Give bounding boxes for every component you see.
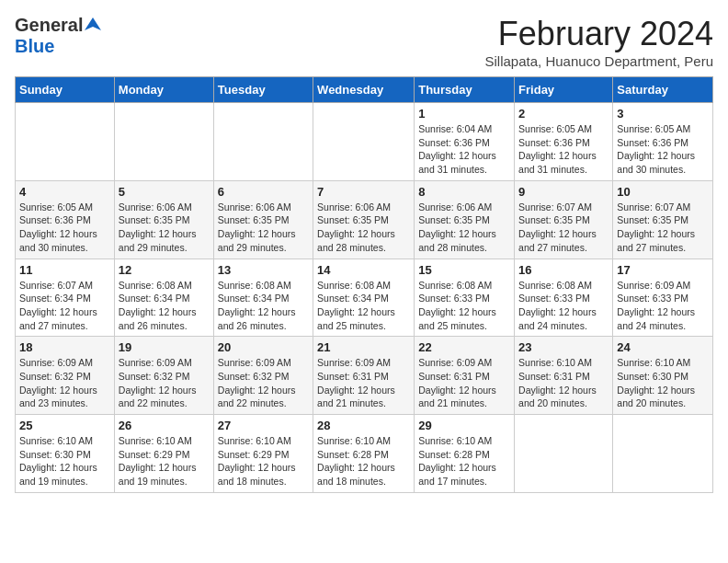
day-number: 9 — [518, 185, 609, 199]
calendar-cell: 19Sunrise: 6:09 AM Sunset: 6:32 PM Dayli… — [114, 337, 213, 415]
calendar-cell: 3Sunrise: 6:05 AM Sunset: 6:36 PM Daylig… — [613, 103, 713, 181]
day-info: Sunrise: 6:08 AM Sunset: 6:33 PM Dayligh… — [518, 279, 609, 333]
calendar-cell: 12Sunrise: 6:08 AM Sunset: 6:34 PM Dayli… — [114, 259, 213, 337]
day-info: Sunrise: 6:10 AM Sunset: 6:28 PM Dayligh… — [418, 434, 510, 488]
logo: General Blue — [15, 15, 101, 57]
day-info: Sunrise: 6:09 AM Sunset: 6:32 PM Dayligh… — [218, 356, 309, 410]
day-number: 19 — [119, 340, 210, 354]
calendar-cell — [613, 415, 713, 493]
calendar-cell: 16Sunrise: 6:08 AM Sunset: 6:33 PM Dayli… — [515, 259, 613, 337]
month-title: February 2024 — [485, 15, 713, 53]
day-info: Sunrise: 6:06 AM Sunset: 6:35 PM Dayligh… — [317, 201, 410, 255]
day-info: Sunrise: 6:06 AM Sunset: 6:35 PM Dayligh… — [119, 201, 210, 255]
day-info: Sunrise: 6:05 AM Sunset: 6:36 PM Dayligh… — [617, 122, 709, 177]
day-number: 20 — [218, 340, 309, 354]
calendar-cell: 23Sunrise: 6:10 AM Sunset: 6:31 PM Dayli… — [515, 337, 613, 415]
calendar-cell: 11Sunrise: 6:07 AM Sunset: 6:34 PM Dayli… — [16, 259, 115, 337]
calendar-cell: 24Sunrise: 6:10 AM Sunset: 6:30 PM Dayli… — [613, 337, 713, 415]
day-number: 11 — [19, 263, 110, 277]
day-info: Sunrise: 6:09 AM Sunset: 6:33 PM Dayligh… — [617, 279, 709, 333]
day-info: Sunrise: 6:09 AM Sunset: 6:31 PM Dayligh… — [317, 356, 410, 410]
title-area: February 2024 Sillapata, Huanuco Departm… — [485, 15, 713, 69]
calendar-cell — [515, 415, 613, 493]
weekday-header-thursday: Thursday — [415, 77, 515, 103]
calendar-cell: 7Sunrise: 6:06 AM Sunset: 6:35 PM Daylig… — [313, 180, 415, 259]
day-number: 10 — [617, 185, 709, 199]
calendar-cell: 1Sunrise: 6:04 AM Sunset: 6:36 PM Daylig… — [415, 103, 515, 181]
svg-marker-0 — [85, 17, 101, 30]
day-info: Sunrise: 6:09 AM Sunset: 6:32 PM Dayligh… — [19, 356, 110, 410]
weekday-header-tuesday: Tuesday — [213, 77, 313, 103]
calendar-cell: 6Sunrise: 6:06 AM Sunset: 6:35 PM Daylig… — [213, 180, 313, 259]
day-info: Sunrise: 6:08 AM Sunset: 6:34 PM Dayligh… — [218, 279, 309, 333]
day-info: Sunrise: 6:10 AM Sunset: 6:30 PM Dayligh… — [19, 434, 110, 488]
calendar-cell: 28Sunrise: 6:10 AM Sunset: 6:28 PM Dayli… — [313, 415, 415, 493]
calendar-cell — [313, 103, 415, 181]
day-info: Sunrise: 6:08 AM Sunset: 6:34 PM Dayligh… — [317, 279, 410, 333]
calendar-cell: 13Sunrise: 6:08 AM Sunset: 6:34 PM Dayli… — [213, 259, 313, 337]
day-info: Sunrise: 6:10 AM Sunset: 6:28 PM Dayligh… — [317, 434, 410, 488]
day-info: Sunrise: 6:10 AM Sunset: 6:31 PM Dayligh… — [518, 356, 609, 410]
day-info: Sunrise: 6:05 AM Sunset: 6:36 PM Dayligh… — [518, 122, 609, 177]
day-info: Sunrise: 6:05 AM Sunset: 6:36 PM Dayligh… — [19, 201, 110, 255]
day-info: Sunrise: 6:09 AM Sunset: 6:31 PM Dayligh… — [418, 356, 510, 410]
day-number: 12 — [119, 263, 210, 277]
calendar-cell: 26Sunrise: 6:10 AM Sunset: 6:29 PM Dayli… — [114, 415, 213, 493]
weekday-header-saturday: Saturday — [613, 77, 713, 103]
day-number: 22 — [418, 340, 510, 354]
day-number: 26 — [119, 419, 210, 432]
calendar-cell: 5Sunrise: 6:06 AM Sunset: 6:35 PM Daylig… — [114, 180, 213, 259]
day-number: 15 — [418, 263, 510, 277]
day-info: Sunrise: 6:10 AM Sunset: 6:30 PM Dayligh… — [617, 356, 709, 410]
day-info: Sunrise: 6:07 AM Sunset: 6:35 PM Dayligh… — [518, 201, 609, 255]
calendar-header-row: SundayMondayTuesdayWednesdayThursdayFrid… — [16, 77, 713, 103]
day-info: Sunrise: 6:08 AM Sunset: 6:33 PM Dayligh… — [418, 279, 510, 333]
calendar-cell: 20Sunrise: 6:09 AM Sunset: 6:32 PM Dayli… — [213, 337, 313, 415]
page-header: General Blue February 2024 Sillapata, Hu… — [15, 15, 713, 69]
calendar-week-5: 25Sunrise: 6:10 AM Sunset: 6:30 PM Dayli… — [16, 415, 713, 493]
day-info: Sunrise: 6:09 AM Sunset: 6:32 PM Dayligh… — [119, 356, 210, 410]
day-info: Sunrise: 6:04 AM Sunset: 6:36 PM Dayligh… — [418, 122, 510, 177]
day-number: 2 — [518, 107, 609, 121]
calendar-cell: 10Sunrise: 6:07 AM Sunset: 6:35 PM Dayli… — [613, 180, 713, 259]
calendar-cell: 8Sunrise: 6:06 AM Sunset: 6:35 PM Daylig… — [415, 180, 515, 259]
calendar-cell: 22Sunrise: 6:09 AM Sunset: 6:31 PM Dayli… — [415, 337, 515, 415]
day-number: 23 — [518, 340, 609, 354]
day-number: 17 — [617, 263, 709, 277]
day-info: Sunrise: 6:10 AM Sunset: 6:29 PM Dayligh… — [119, 434, 210, 488]
day-info: Sunrise: 6:07 AM Sunset: 6:35 PM Dayligh… — [617, 201, 709, 255]
day-number: 29 — [418, 419, 510, 432]
calendar-cell — [16, 103, 115, 181]
day-info: Sunrise: 6:07 AM Sunset: 6:34 PM Dayligh… — [19, 279, 110, 333]
day-number: 28 — [317, 419, 410, 432]
day-number: 13 — [218, 263, 309, 277]
day-number: 18 — [19, 340, 110, 354]
weekday-header-friday: Friday — [515, 77, 613, 103]
calendar-week-2: 4Sunrise: 6:05 AM Sunset: 6:36 PM Daylig… — [16, 180, 713, 259]
calendar-cell: 9Sunrise: 6:07 AM Sunset: 6:35 PM Daylig… — [515, 180, 613, 259]
day-info: Sunrise: 6:06 AM Sunset: 6:35 PM Dayligh… — [418, 201, 510, 255]
calendar-cell: 27Sunrise: 6:10 AM Sunset: 6:29 PM Dayli… — [213, 415, 313, 493]
calendar-cell: 18Sunrise: 6:09 AM Sunset: 6:32 PM Dayli… — [16, 337, 115, 415]
calendar-cell: 2Sunrise: 6:05 AM Sunset: 6:36 PM Daylig… — [515, 103, 613, 181]
day-info: Sunrise: 6:06 AM Sunset: 6:35 PM Dayligh… — [218, 201, 309, 255]
day-number: 1 — [418, 107, 510, 121]
day-info: Sunrise: 6:10 AM Sunset: 6:29 PM Dayligh… — [218, 434, 309, 488]
day-info: Sunrise: 6:08 AM Sunset: 6:34 PM Dayligh… — [119, 279, 210, 333]
calendar-cell: 25Sunrise: 6:10 AM Sunset: 6:30 PM Dayli… — [16, 415, 115, 493]
calendar-cell: 21Sunrise: 6:09 AM Sunset: 6:31 PM Dayli… — [313, 337, 415, 415]
calendar-week-4: 18Sunrise: 6:09 AM Sunset: 6:32 PM Dayli… — [16, 337, 713, 415]
day-number: 14 — [317, 263, 410, 277]
day-number: 5 — [119, 185, 210, 199]
day-number: 8 — [418, 185, 510, 199]
day-number: 7 — [317, 185, 410, 199]
weekday-header-wednesday: Wednesday — [313, 77, 415, 103]
day-number: 6 — [218, 185, 309, 199]
logo-blue-text: Blue — [15, 36, 54, 56]
day-number: 21 — [317, 340, 410, 354]
day-number: 3 — [617, 107, 709, 121]
day-number: 4 — [19, 185, 110, 199]
weekday-header-sunday: Sunday — [16, 77, 115, 103]
calendar-cell: 15Sunrise: 6:08 AM Sunset: 6:33 PM Dayli… — [415, 259, 515, 337]
day-number: 16 — [518, 263, 609, 277]
